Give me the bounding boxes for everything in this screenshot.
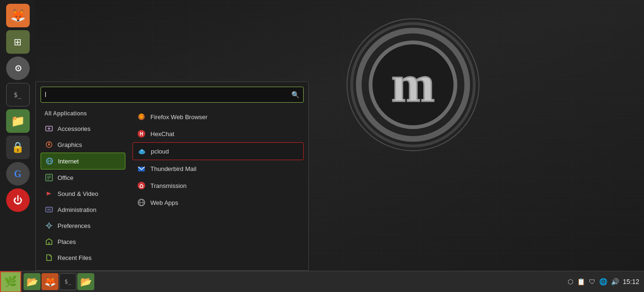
search-bar: 🔍 xyxy=(41,87,304,103)
category-places[interactable]: Places xyxy=(41,234,125,250)
category-administration[interactable]: Administration xyxy=(41,202,125,218)
left-sidebar: 🦊 ⊞ ⊙ $_ 📁 🔒 G ⏻ xyxy=(0,0,35,271)
all-apps-label: All Applications xyxy=(41,108,125,121)
category-preferences[interactable]: Preferences xyxy=(41,218,125,234)
graphics-icon xyxy=(44,140,54,149)
firefox-icon xyxy=(136,112,147,122)
search-input[interactable] xyxy=(45,89,291,100)
svg-point-31 xyxy=(140,149,143,151)
sidebar-icon-power[interactable]: ⏻ xyxy=(6,188,30,212)
sidebar-icon-lock[interactable]: 🔒 xyxy=(6,136,30,159)
start-menu: 🔍 All Applications Accessories xyxy=(35,81,309,271)
preferences-label: Preferences xyxy=(58,222,91,229)
thunderbird-app-label: Thunderbird Mail xyxy=(150,165,197,172)
app-thunderbird[interactable]: Thunderbird Mail xyxy=(132,160,304,177)
accessories-icon xyxy=(44,124,54,133)
places-label: Places xyxy=(58,238,76,245)
taskbar-folder-green[interactable]: 📂 xyxy=(24,273,41,290)
sidebar-icon-settings[interactable]: ⊙ xyxy=(6,57,30,80)
category-office[interactable]: Office xyxy=(41,170,125,186)
app-transmission[interactable]: Transmission xyxy=(132,177,304,194)
internet-icon xyxy=(45,156,54,166)
category-graphics[interactable]: Graphics xyxy=(41,137,125,153)
sidebar-icon-firefox[interactable]: 🦊 xyxy=(6,4,30,27)
app-webapps[interactable]: Web Apps xyxy=(132,194,304,211)
category-accessories[interactable]: Accessories xyxy=(41,121,125,137)
desktop: m 🦊 ⊞ ⊙ $_ 📁 🔒 G ⏻ xyxy=(0,0,644,292)
taskbar-folder2[interactable]: 📂 xyxy=(77,273,94,290)
office-icon xyxy=(44,173,54,182)
svg-point-9 xyxy=(48,144,50,146)
recent-files-icon xyxy=(44,253,54,262)
clock: 15:12 xyxy=(623,278,639,285)
sound-video-label: Sound & Video xyxy=(58,190,99,197)
transmission-icon xyxy=(136,180,147,191)
accessories-label: Accessories xyxy=(58,125,91,132)
system-tray: ⬡ 📋 🛡 🌐 🔊 15:12 xyxy=(563,278,644,285)
categories-column: All Applications Accessories Graphics xyxy=(41,108,125,266)
svg-point-33 xyxy=(138,182,145,189)
svg-text:m: m xyxy=(391,55,435,113)
network-icon[interactable]: 🌐 xyxy=(599,278,607,285)
sidebar-icon-apps[interactable]: ⊞ xyxy=(6,30,30,54)
pcloud-icon xyxy=(137,146,147,156)
sidebar-icon-folder[interactable]: 📁 xyxy=(6,109,30,133)
svg-text:H: H xyxy=(140,131,143,137)
app-firefox[interactable]: Firefox Web Browser xyxy=(132,108,304,125)
start-button[interactable]: 🌿 xyxy=(0,271,21,292)
administration-icon xyxy=(44,205,54,214)
volume-icon[interactable]: 🔊 xyxy=(611,278,619,285)
svg-rect-26 xyxy=(48,242,50,244)
webapps-icon xyxy=(136,197,147,208)
category-recent-files[interactable]: Recent Files xyxy=(41,250,125,266)
sidebar-icon-google[interactable]: G xyxy=(6,162,30,186)
search-icon[interactable]: 🔍 xyxy=(291,91,299,98)
svg-rect-19 xyxy=(47,209,51,211)
apps-column: Firefox Web Browser H HexChat pcloud xyxy=(125,108,304,266)
recent-files-label: Recent Files xyxy=(58,254,91,261)
webapps-app-label: Web Apps xyxy=(150,199,178,206)
taskbar: 🌿 📂 🦊 $_ 📂 ⬡ 📋 🛡 xyxy=(0,271,644,292)
app-pcloud[interactable]: pcloud xyxy=(132,142,304,160)
taskbar-firefox[interactable]: 🦊 xyxy=(41,273,58,290)
svg-point-21 xyxy=(49,225,50,226)
clipboard-icon[interactable]: 📋 xyxy=(577,278,585,285)
graphics-label: Graphics xyxy=(58,141,82,148)
taskbar-terminal[interactable]: $_ xyxy=(59,273,76,290)
transmission-app-label: Transmission xyxy=(150,182,187,189)
pcloud-app-label: pcloud xyxy=(151,148,169,155)
firefox-app-label: Firefox Web Browser xyxy=(150,114,207,121)
preferences-icon xyxy=(44,221,54,230)
app-hexchat[interactable]: H HexChat xyxy=(132,125,304,142)
hexchat-icon: H xyxy=(136,129,147,139)
bluetooth-icon[interactable]: ⬡ xyxy=(568,278,573,285)
mint-logo: m xyxy=(342,14,484,155)
sound-video-icon xyxy=(44,189,54,198)
taskbar-apps: 📂 🦊 $_ 📂 xyxy=(21,273,97,290)
vpn-shield-icon[interactable]: 🛡 xyxy=(589,278,595,285)
svg-marker-17 xyxy=(47,192,51,195)
office-label: Office xyxy=(58,174,74,181)
internet-label: Internet xyxy=(58,158,79,165)
thunderbird-icon xyxy=(136,163,147,174)
places-icon xyxy=(44,237,54,246)
category-internet[interactable]: Internet xyxy=(41,153,125,170)
menu-columns: All Applications Accessories Graphics xyxy=(41,108,304,266)
administration-label: Administration xyxy=(58,206,96,213)
category-sound-video[interactable]: Sound & Video xyxy=(41,186,125,202)
hexchat-app-label: HexChat xyxy=(150,130,174,138)
sidebar-icon-terminal[interactable]: $_ xyxy=(6,83,30,106)
